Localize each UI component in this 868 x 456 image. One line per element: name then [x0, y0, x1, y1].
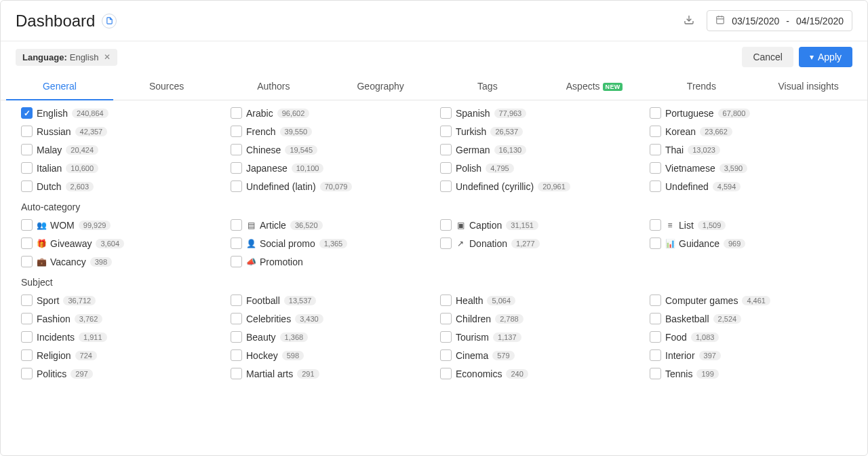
checkbox[interactable]	[650, 349, 661, 361]
checkbox[interactable]	[650, 368, 661, 379]
check-item[interactable]: Sport36,712	[21, 294, 218, 306]
check-item[interactable]: Computer games4,461	[650, 294, 847, 306]
checkbox[interactable]	[650, 144, 661, 155]
checkbox[interactable]	[440, 349, 452, 361]
check-item[interactable]: 👥WOM99,929	[21, 219, 218, 231]
check-item[interactable]: Undefined (latin)70,079	[231, 180, 428, 192]
check-item[interactable]: Italian10,600	[21, 162, 218, 174]
check-item[interactable]: 👤Social promo1,365	[231, 238, 428, 249]
tab-aspects[interactable]: AspectsNEW	[541, 73, 648, 100]
check-item[interactable]: Tourism1,137	[440, 331, 637, 343]
check-item[interactable]: ▤Article36,520	[231, 219, 428, 231]
checkbox[interactable]	[650, 331, 661, 343]
check-item[interactable]: ≡List1,509	[650, 219, 847, 231]
tab-geography[interactable]: Geography	[327, 73, 434, 100]
check-item[interactable]: Interior397	[650, 349, 847, 361]
check-item[interactable]: Religion724	[21, 349, 218, 361]
check-item[interactable]: Dutch2,603	[21, 180, 218, 192]
checkbox[interactable]	[231, 331, 242, 343]
check-item[interactable]: Turkish26,537	[440, 126, 637, 137]
check-item[interactable]: Korean23,662	[650, 126, 847, 137]
date-range[interactable]: 03/15/2020 - 04/15/2020	[707, 10, 852, 31]
check-item[interactable]: Food1,083	[650, 331, 847, 343]
checkbox[interactable]	[21, 349, 33, 361]
checkbox[interactable]	[21, 256, 33, 267]
check-item[interactable]: Children2,788	[440, 313, 637, 324]
tab-visual-insights[interactable]: Visual insights	[755, 73, 862, 100]
check-item[interactable]: 💼Vacancy398	[21, 256, 218, 267]
checkbox[interactable]	[440, 313, 452, 324]
check-item[interactable]: ▣Caption31,151	[440, 219, 637, 231]
tab-tags[interactable]: Tags	[434, 73, 541, 100]
checkbox[interactable]	[650, 126, 661, 137]
check-item[interactable]: Cinema579	[440, 349, 637, 361]
check-item[interactable]: Undefined (cyrillic)20,961	[440, 180, 637, 192]
checkbox[interactable]	[231, 294, 242, 306]
check-item[interactable]: 📊Guidance969	[650, 238, 847, 249]
check-item[interactable]: French39,550	[231, 126, 428, 137]
check-item[interactable]: Russian42,357	[21, 126, 218, 137]
checkbox[interactable]	[231, 238, 242, 249]
checkbox[interactable]	[650, 294, 661, 306]
check-item[interactable]: Vietnamese3,590	[650, 162, 847, 174]
checkbox[interactable]	[231, 162, 242, 174]
checkbox[interactable]	[21, 294, 33, 306]
tab-sources[interactable]: Sources	[113, 73, 220, 100]
checkbox[interactable]	[650, 180, 661, 192]
checkbox[interactable]	[650, 162, 661, 174]
checkbox[interactable]	[440, 144, 452, 155]
checkbox[interactable]	[21, 368, 33, 379]
cancel-button[interactable]: Cancel	[742, 47, 793, 67]
check-item[interactable]: Celebrities3,430	[231, 313, 428, 324]
checkbox[interactable]	[650, 107, 661, 119]
checkbox[interactable]	[21, 331, 33, 343]
checkbox[interactable]	[231, 144, 242, 155]
check-item[interactable]: Chinese19,545	[231, 144, 428, 155]
checkbox[interactable]	[440, 238, 452, 249]
checkbox[interactable]	[231, 126, 242, 137]
checkbox[interactable]	[440, 126, 452, 137]
check-item[interactable]: Martial arts291	[231, 368, 428, 379]
check-item[interactable]: Incidents1,911	[21, 331, 218, 343]
checkbox[interactable]	[21, 238, 33, 249]
checkbox[interactable]	[440, 294, 452, 306]
check-item[interactable]: 📣Promotion	[231, 256, 428, 267]
checkbox[interactable]	[21, 219, 33, 231]
checkbox[interactable]	[650, 219, 661, 231]
checkbox[interactable]	[231, 349, 242, 361]
check-item[interactable]: Beauty1,368	[231, 331, 428, 343]
check-item[interactable]: Thai13,023	[650, 144, 847, 155]
chip-remove-icon[interactable]: ✕	[104, 52, 111, 62]
checkbox[interactable]	[440, 331, 452, 343]
checkbox[interactable]	[440, 162, 452, 174]
check-item[interactable]: Health5,064	[440, 294, 637, 306]
check-item[interactable]: Basketball2,524	[650, 313, 847, 324]
check-item[interactable]: Spanish77,963	[440, 107, 637, 119]
checkbox[interactable]	[21, 126, 33, 137]
check-item[interactable]: Undefined4,594	[650, 180, 847, 192]
checkbox[interactable]	[231, 219, 242, 231]
checkbox[interactable]	[21, 180, 33, 192]
tab-authors[interactable]: Authors	[220, 73, 328, 100]
check-item[interactable]: Arabic96,602	[231, 107, 428, 119]
checkbox[interactable]	[231, 368, 242, 379]
checkbox[interactable]	[440, 180, 452, 192]
check-item[interactable]: Football13,537	[231, 294, 428, 306]
check-item[interactable]: Portuguese67,800	[650, 107, 847, 119]
download-icon[interactable]	[684, 14, 694, 27]
check-item[interactable]: Hockey598	[231, 349, 428, 361]
check-item[interactable]: ↗Donation1,277	[440, 238, 637, 249]
doc-icon[interactable]	[102, 14, 117, 28]
tab-trends[interactable]: Trends	[648, 73, 755, 100]
check-item[interactable]: Economics240	[440, 368, 637, 379]
checkbox[interactable]	[440, 219, 452, 231]
checkbox[interactable]	[21, 313, 33, 324]
checkbox[interactable]	[650, 313, 661, 324]
check-item[interactable]: 🎁Giveaway3,604	[21, 238, 218, 249]
check-item[interactable]: German16,130	[440, 144, 637, 155]
check-item[interactable]: Japanese10,100	[231, 162, 428, 174]
checkbox[interactable]	[21, 107, 33, 119]
checkbox[interactable]	[231, 107, 242, 119]
checkbox[interactable]	[231, 256, 242, 267]
checkbox[interactable]	[650, 238, 661, 249]
